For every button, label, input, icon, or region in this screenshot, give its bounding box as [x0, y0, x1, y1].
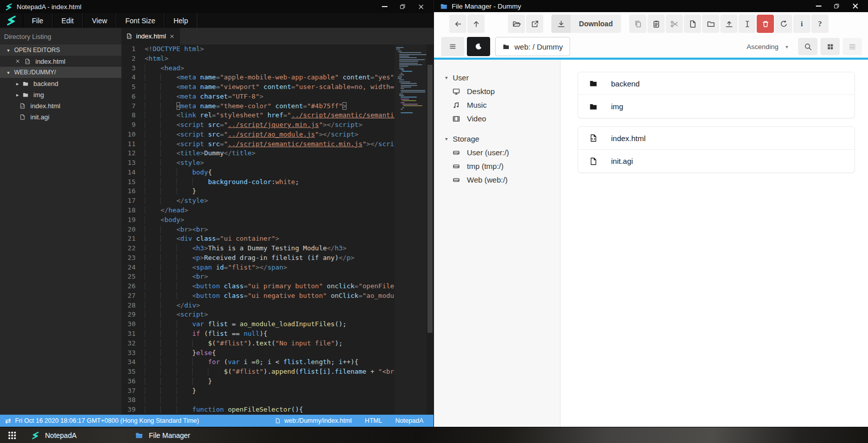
sidebar-item-music[interactable]: Music — [434, 98, 560, 112]
sidebar-item-tmp-tmp[interactable]: tmp (tmp:/) — [434, 159, 560, 173]
code-line[interactable]: 11 <script src="../script/semantic/seman… — [121, 140, 395, 149]
grid-view-button[interactable] — [820, 38, 840, 55]
tree-item-index-html[interactable]: index.html — [0, 100, 121, 111]
code-line[interactable]: 30 var flist = ao_module_loadInputFiles(… — [121, 320, 395, 329]
chevron-down-icon[interactable]: ▾ — [786, 44, 788, 50]
tree-item-index-html[interactable]: index.html — [0, 56, 121, 67]
rename-button[interactable] — [739, 15, 756, 33]
code-line[interactable]: 12 <title>Dummy</title> — [121, 149, 395, 158]
up-button[interactable] — [467, 15, 485, 33]
close-icon[interactable] — [15, 59, 20, 64]
app-launcher-button[interactable] — [7, 430, 17, 440]
menu-file[interactable]: File — [23, 13, 53, 28]
sort-order-dropdown[interactable]: Ascending — [747, 43, 778, 51]
code-line[interactable]: 4 <meta name="apple-mobile-web-app-capab… — [121, 73, 395, 82]
new-file-button[interactable] — [684, 15, 701, 33]
code-line[interactable]: 36 } — [121, 377, 395, 386]
file-row-init-agi[interactable]: init.agi — [578, 150, 854, 172]
code-line[interactable]: 1<!DOCTYPE html> — [121, 45, 395, 54]
sidebar-item-web-web[interactable]: Web (web:/) — [434, 173, 560, 187]
copy-button[interactable] — [629, 15, 646, 33]
tree-item-backend[interactable]: ▸backend — [0, 78, 121, 89]
code-line[interactable]: 17 </style> — [121, 196, 395, 206]
close-button[interactable] — [417, 3, 424, 10]
restore-button[interactable] — [834, 3, 840, 9]
tab-index-html[interactable]: index.html — [121, 28, 180, 45]
menu-button[interactable] — [441, 37, 464, 56]
close-button[interactable] — [852, 3, 859, 10]
code-line[interactable]: 28 </div> — [121, 301, 395, 311]
code-line[interactable]: 23 <p>Received drag-in filelist (if any)… — [121, 253, 395, 263]
code-line[interactable]: 10 <script src="../script/ao_module.js">… — [121, 130, 395, 140]
help-button[interactable]: ? — [811, 15, 829, 33]
code-line[interactable]: 32 $("#flist").text("No input file"); — [121, 339, 395, 348]
code-line[interactable]: 16 } — [121, 187, 395, 196]
code-line[interactable]: 27 <button class="ui negative button" on… — [121, 291, 395, 301]
menu-help[interactable]: Help — [164, 13, 197, 28]
properties-button[interactable]: i — [793, 15, 810, 33]
code-line[interactable]: 20 <br><br> — [121, 225, 395, 235]
tree-item-img[interactable]: ▸img — [0, 89, 121, 100]
taskbar-item-file-manager[interactable]: File Manager — [135, 431, 190, 439]
code-line[interactable]: 2<html> — [121, 54, 395, 64]
file-manager-titlebar[interactable]: File Manager - Dummy — [434, 0, 868, 12]
code-line[interactable]: 37 } — [121, 386, 395, 396]
sidebar-item-user-user[interactable]: User (user:/) — [434, 146, 560, 159]
fm-section-storage[interactable]: ▾Storage — [434, 132, 560, 146]
code-line[interactable]: 9 <script src="../script/jquery.min.js">… — [121, 120, 395, 130]
scrollbar-thumb[interactable] — [427, 65, 432, 333]
dark-mode-button[interactable] — [467, 37, 490, 56]
minimap[interactable] — [395, 45, 426, 415]
code-line[interactable]: 15 background-color:white; — [121, 178, 395, 187]
code-line[interactable]: 21 <div class="ui container"> — [121, 234, 395, 244]
code-line[interactable]: 26 <button class="ui primary button" onc… — [121, 282, 395, 291]
code-line[interactable]: 34 for (var i =0; i < flist.length; i++)… — [121, 358, 395, 367]
open-button[interactable] — [508, 15, 525, 33]
file-row-img[interactable]: img — [578, 95, 854, 118]
notepada-titlebar[interactable]: NotepadA - index.html — [0, 0, 433, 13]
refresh-button[interactable] — [775, 15, 792, 33]
code-line[interactable]: 19 <body> — [121, 215, 395, 225]
code-line[interactable]: 8 <link rel="stylesheet" href="../script… — [121, 111, 395, 120]
restore-button[interactable] — [399, 3, 406, 10]
tree-section-open-editors[interactable]: ▾OPEN EDITORS — [0, 45, 121, 56]
tree-item-init-agi[interactable]: init.agi — [0, 111, 121, 122]
open-in-new-window-button[interactable] — [526, 15, 543, 33]
code-line[interactable]: 5 <meta name="viewport" content="user-sc… — [121, 82, 395, 92]
code-line[interactable]: 31 if (flist == null){ — [121, 329, 395, 339]
list-view-button[interactable] — [843, 38, 862, 55]
code-line[interactable]: 6 <meta charset="UTF-8"> — [121, 92, 395, 102]
search-button[interactable] — [798, 38, 817, 55]
fm-section-user[interactable]: ▾User — [434, 71, 560, 84]
menu-view[interactable]: View — [83, 13, 116, 28]
new-folder-button[interactable] — [702, 15, 719, 33]
minimize-button[interactable] — [816, 6, 821, 7]
minimize-button[interactable] — [381, 3, 388, 10]
menu-font-size[interactable]: Font Size — [116, 13, 164, 28]
paste-button[interactable] — [647, 15, 665, 33]
code-line[interactable]: 33 }else{ — [121, 348, 395, 358]
editor-scrollbar[interactable] — [426, 45, 433, 415]
file-row-index-html[interactable]: index.html — [578, 127, 854, 150]
breadcrumb[interactable]: web: / Dummy — [495, 37, 570, 56]
file-row-backend[interactable]: backend — [578, 72, 854, 95]
back-button[interactable] — [449, 15, 466, 33]
download-button[interactable]: Download — [551, 15, 621, 33]
tree-section-web-dummy-[interactable]: ▾WEB:/DUMMY/ — [0, 67, 121, 78]
code-line[interactable]: 3 <head> — [121, 64, 395, 73]
status-language[interactable]: HTML — [365, 417, 382, 424]
code-line[interactable]: 35 $("#flist").append(flist[i].filename … — [121, 367, 395, 377]
code-line[interactable]: 25 <br> — [121, 272, 395, 282]
tab-close-icon[interactable] — [169, 34, 175, 39]
code-line[interactable]: 24 <span id="flist"></span> — [121, 263, 395, 273]
delete-button[interactable] — [757, 15, 774, 33]
sidebar-item-desktop[interactable]: Desktop — [434, 84, 560, 98]
code-line[interactable]: 38 — [121, 395, 395, 405]
code-line[interactable]: 18 </head> — [121, 206, 395, 215]
code-line[interactable]: 39 function openFileSelector(){ — [121, 405, 395, 415]
code-line[interactable]: 29 <script> — [121, 310, 395, 320]
code-line[interactable]: 7 <meta name="theme-color" content="#4b7… — [121, 102, 395, 111]
code-line[interactable]: 22 <h3>This is a Dummy Testing Module</h… — [121, 244, 395, 253]
sidebar-item-video[interactable]: Video — [434, 112, 560, 125]
upload-button[interactable] — [720, 15, 737, 33]
